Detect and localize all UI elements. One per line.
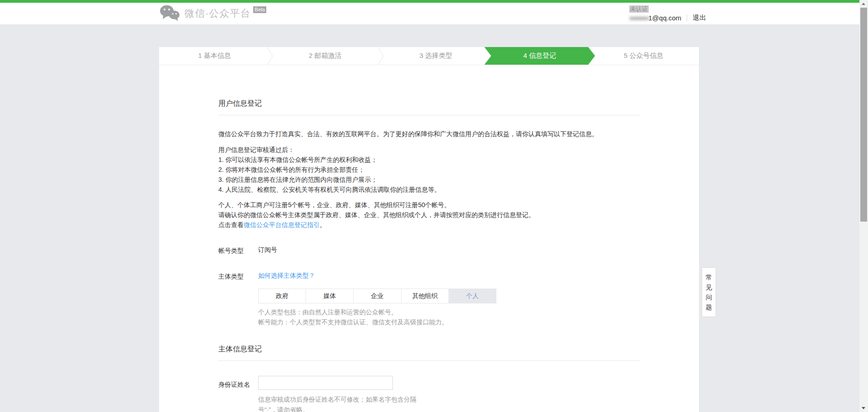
subject-type-tabs: 政府 媒体 企业 其他组织 个人 [258,289,496,303]
section-title-subject-info: 主体信息登记 [218,344,640,354]
account-type-row: 帐号类型 订阅号 [218,245,640,256]
tab-individual-selected[interactable]: 个人 [448,289,496,303]
scrollbar-thumb[interactable] [860,8,867,222]
registration-steps: 1 基本信息 2 邮箱激活 3 选择类型 4 信息登记 5 公众号信息 [159,47,699,65]
subject-type-notes: 个人类型包括：由自然人注册和运营的公众帐号。 帐号能力：个人类型暂不支持微信认证… [258,307,640,327]
step-info-registration-active: 4 信息登记 [484,47,595,65]
tab-government[interactable]: 政府 [258,289,306,303]
status-badge: 未认证 [629,5,649,13]
subject-note: 帐号能力：个人类型暂不支持微信认证、微信支付及高级接口能力。 [258,317,640,327]
faq-floating-button[interactable]: 常见问题 [702,267,716,317]
tab-enterprise[interactable]: 企业 [353,289,401,303]
id-name-hint: 信息审核成功后身份证姓名不可修改；如果名字包含分隔 号“·”，请勿省略。 [258,394,421,412]
section-divider [218,115,640,115]
scroll-up-button[interactable] [859,0,868,8]
after-review-item: 4. 人民法院、检察院、公安机关等有权机关可向腾讯依法调取你的注册信息等。 [218,185,640,194]
after-review-item: 2. 你将对本微信公众帐号的所有行为承担全部责任； [218,165,640,175]
wechat-logo-icon [159,4,180,23]
account-type-label: 帐号类型 [218,245,258,256]
scroll-down-button[interactable] [859,404,868,412]
step-basic-info: 1 基本信息 [159,47,270,65]
tab-other-organization[interactable]: 其他组织 [401,289,449,303]
after-review-item: 3. 你的注册信息将在法律允许的范围内向微信用户展示； [218,175,640,185]
account-email: ●●●●●●1@qq.com [629,14,681,22]
arrow-up-icon [862,3,865,5]
faq-label: 常见问题 [706,272,712,312]
after-review-title: 用户信息登记审核通过后： [218,145,640,155]
subject-type-help-link[interactable]: 如何选择主体类型？ [258,272,315,279]
header-divider [687,14,687,21]
top-accent-bar [0,0,868,3]
section-divider [218,360,640,361]
id-name-row: 身份证姓名 信息审核成功后身份证姓名不可修改；如果名字包含分隔 号“·”，请勿省… [218,376,640,412]
guide-line: 点击查看微信公众平台信息登记指引。 [218,220,640,230]
quota-block: 个人、个体工商户可注册5个帐号，企业、政府、媒体、其他组织可注册50个帐号。 请… [218,200,640,230]
email-masked-part: ●●●●●● [629,14,648,22]
tab-media[interactable]: 媒体 [306,289,354,303]
wechat-mp-logo: 微信·公众平台 Beta [159,4,266,23]
arrow-down-icon [862,407,865,409]
beta-badge: Beta [253,6,266,13]
subject-type-label: 主体类型 [218,270,258,327]
after-review-block: 用户信息登记审核通过后： 1. 你可以依法享有本微信公众帐号所产生的权利和收益；… [218,145,640,194]
quota-line: 请确认你的微信公众帐号主体类型属于政府、媒体、企业、其他组织或个人，并请按照对应… [218,210,640,220]
id-name-label: 身份证姓名 [218,376,258,412]
subject-note: 个人类型包括：由自然人注册和运营的公众帐号。 [258,307,640,317]
registration-guide-link[interactable]: 微信公众平台信息登记指引 [244,221,320,228]
intro-paragraph: 微信公众平台致力于打造真实、合法、有效的互联网平台。为了更好的保障你和广大微信用… [218,129,640,139]
page-scrollbar[interactable] [859,0,868,412]
account-type-value: 订阅号 [258,245,640,256]
header: 微信·公众平台 Beta 未认证 ●●●●●●1@qq.com 退出 [0,3,868,25]
after-review-item: 1. 你可以依法享有本微信公众帐号所产生的权利和收益； [218,155,640,165]
step-account-info: 5 公众号信息 [588,47,699,65]
id-name-input[interactable] [258,376,393,390]
quota-line: 个人、个体工商户可注册5个帐号，企业、政府、媒体、其他组织可注册50个帐号。 [218,200,640,210]
email-visible-part: 1@qq.com [648,14,681,22]
step-choose-type: 3 选择类型 [381,47,491,65]
section-title-user-info: 用户信息登记 [218,99,640,109]
logout-link[interactable]: 退出 [693,14,706,22]
subject-type-row: 主体类型 如何选择主体类型？ 政府 媒体 企业 其他组织 个人 个人类型包括：由… [218,270,640,327]
logo-text: 微信·公众平台 [184,7,250,20]
step-email-activation: 2 邮箱激活 [270,47,381,65]
main-card: 1 基本信息 2 邮箱激活 3 选择类型 4 信息登记 5 公众号信息 用户信息… [159,47,699,412]
